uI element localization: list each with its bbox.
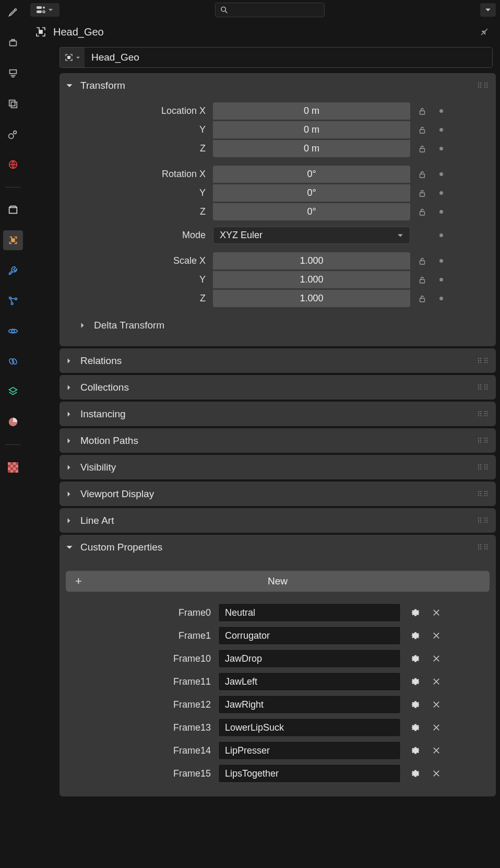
drag-handle-icon[interactable]: ⠿⠿ — [477, 81, 490, 90]
unlock-icon — [418, 170, 427, 179]
rotation-y-field[interactable]: 0° — [213, 184, 410, 202]
panel-header-viewport-display[interactable]: Viewport Display ⠿⠿ — [59, 482, 496, 506]
lock-button[interactable] — [413, 252, 431, 269]
panel-header-transform[interactable]: Transform ⠿⠿ — [59, 73, 496, 98]
panel-header-instancing[interactable]: Instancing ⠿⠿ — [59, 402, 496, 426]
tab-output[interactable] — [3, 64, 23, 84]
tab-modifiers[interactable] — [3, 261, 23, 280]
tab-object[interactable] — [3, 230, 23, 250]
editor-type-button[interactable] — [30, 3, 59, 17]
animate-button[interactable] — [435, 210, 447, 214]
custom-property-delete-button[interactable] — [426, 608, 447, 617]
animate-button[interactable] — [435, 191, 447, 195]
animate-button[interactable] — [435, 128, 447, 132]
drag-handle-icon[interactable]: ⠿⠿ — [477, 410, 490, 418]
datablock-button[interactable] — [60, 48, 85, 67]
custom-property-value-input[interactable] — [218, 695, 401, 714]
custom-property-delete-button[interactable] — [426, 723, 447, 732]
rotation-x-field[interactable]: 0° — [213, 166, 410, 183]
drag-handle-icon[interactable]: ⠿⠿ — [477, 357, 490, 365]
custom-property-value-input[interactable] — [218, 672, 401, 691]
lock-button[interactable] — [413, 121, 431, 138]
scale-z-field[interactable]: 1.000 — [213, 290, 410, 307]
tab-scene[interactable] — [3, 124, 23, 144]
custom-property-delete-button[interactable] — [426, 654, 447, 663]
location-z-field[interactable]: 0 m — [213, 140, 410, 157]
tab-tool[interactable] — [3, 3, 23, 23]
gear-icon — [410, 653, 421, 664]
panel-header-custom-properties[interactable]: Custom Properties ⠿⠿ — [59, 535, 496, 559]
animate-button[interactable] — [435, 259, 447, 263]
tab-material[interactable] — [3, 412, 23, 432]
custom-property-value-input[interactable] — [218, 626, 401, 645]
subpanel-delta-transform[interactable]: Delta Transform — [66, 315, 490, 336]
rotation-mode-select[interactable]: XYZ Euler — [213, 227, 410, 244]
tab-texture[interactable] — [3, 458, 23, 477]
animate-button[interactable] — [435, 109, 447, 113]
scale-y-field[interactable]: 1.000 — [213, 271, 410, 288]
custom-property-settings-button[interactable] — [405, 768, 426, 779]
custom-property-delete-button[interactable] — [426, 746, 447, 755]
location-x-field[interactable]: 0 m — [213, 102, 410, 120]
drag-handle-icon[interactable]: ⠿⠿ — [477, 490, 490, 498]
custom-property-value-input[interactable] — [218, 718, 401, 737]
object-name-input[interactable] — [85, 48, 492, 67]
tab-world[interactable] — [3, 155, 23, 174]
close-icon — [432, 608, 441, 617]
drag-handle-icon[interactable]: ⠿⠿ — [477, 543, 490, 552]
custom-property-delete-button[interactable] — [426, 677, 447, 686]
options-button[interactable] — [480, 3, 496, 17]
lock-button[interactable] — [413, 166, 431, 183]
chevron-down-icon — [66, 544, 75, 551]
custom-property-value-input[interactable] — [218, 649, 401, 668]
custom-property-delete-button[interactable] — [426, 700, 447, 709]
lock-button[interactable] — [413, 102, 431, 120]
custom-property-settings-button[interactable] — [405, 745, 426, 756]
custom-property-delete-button[interactable] — [426, 769, 447, 778]
tab-viewlayer[interactable] — [3, 94, 23, 114]
tab-collection[interactable] — [3, 200, 23, 220]
tab-data[interactable] — [3, 382, 23, 402]
custom-property-settings-button[interactable] — [405, 653, 426, 664]
location-y-field[interactable]: 0 m — [213, 121, 410, 138]
lock-button[interactable] — [413, 184, 431, 202]
lock-button[interactable] — [413, 140, 431, 157]
animate-button[interactable] — [435, 278, 447, 281]
tab-physics[interactable] — [3, 321, 23, 341]
panel-header-line-art[interactable]: Line Art ⠿⠿ — [59, 508, 496, 533]
rotation-z-field[interactable]: 0° — [213, 203, 410, 220]
custom-property-settings-button[interactable] — [405, 722, 426, 733]
tab-render[interactable] — [3, 33, 23, 53]
custom-property-value-input[interactable] — [218, 603, 401, 622]
lock-button[interactable] — [413, 203, 431, 220]
lock-button[interactable] — [413, 290, 431, 307]
custom-property-settings-button[interactable] — [405, 607, 426, 618]
lock-button[interactable] — [413, 271, 431, 288]
scale-x-field[interactable]: 1.000 — [213, 252, 410, 269]
panel-header-relations[interactable]: Relations ⠿⠿ — [59, 348, 496, 373]
tab-particles[interactable] — [3, 291, 23, 311]
svg-rect-9 — [11, 239, 15, 242]
pin-button[interactable] — [472, 20, 496, 43]
drag-handle-icon[interactable]: ⠿⠿ — [477, 437, 490, 445]
animate-button[interactable] — [435, 297, 447, 300]
new-property-button[interactable]: + New — [66, 571, 490, 592]
animate-button[interactable] — [435, 233, 447, 237]
panel-header-visibility[interactable]: Visibility ⠿⠿ — [59, 455, 496, 479]
search-input[interactable] — [215, 3, 325, 17]
drag-handle-icon[interactable]: ⠿⠿ — [477, 463, 490, 472]
custom-property-value-input[interactable] — [218, 764, 401, 783]
custom-property-delete-button[interactable] — [426, 631, 447, 640]
panel-header-motion-paths[interactable]: Motion Paths ⠿⠿ — [59, 428, 496, 453]
animate-button[interactable] — [435, 147, 447, 150]
custom-property-settings-button[interactable] — [405, 676, 426, 687]
panel-scroll[interactable]: Transform ⠿⠿ Location X 0 m Y — [26, 73, 500, 868]
tab-constraints[interactable] — [3, 351, 23, 371]
custom-property-value-input[interactable] — [218, 741, 401, 760]
panel-header-collections[interactable]: Collections ⠿⠿ — [59, 375, 496, 400]
custom-property-settings-button[interactable] — [405, 699, 426, 710]
animate-button[interactable] — [435, 172, 447, 176]
drag-handle-icon[interactable]: ⠿⠿ — [477, 383, 490, 392]
drag-handle-icon[interactable]: ⠿⠿ — [477, 517, 490, 525]
custom-property-settings-button[interactable] — [405, 630, 426, 641]
